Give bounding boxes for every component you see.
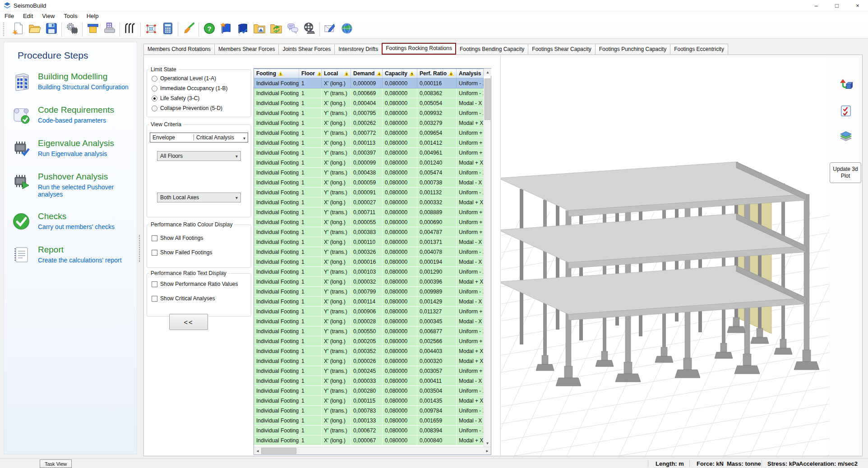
radio-life-safety-3-c-[interactable]: Life Safety (3-C) — [152, 95, 199, 101]
table-row[interactable]: Individual Footing1Y' (trans.)0,0007110,… — [254, 207, 484, 217]
task-view-tab[interactable]: Task View — [40, 459, 72, 468]
table-row[interactable]: Individual Footing1X' (long.)0,0000270,0… — [254, 197, 484, 207]
tab-members-shear-forces[interactable]: Members Shear Forces — [214, 44, 279, 55]
vertical-scrollbar[interactable]: ▼ — [484, 78, 491, 447]
toolbar-button-calculator[interactable] — [159, 21, 176, 37]
table-row[interactable]: Individual Footing1X' (long.)0,0000090,0… — [254, 78, 484, 88]
toolbar-button-model-3d[interactable] — [143, 21, 159, 37]
table-row[interactable]: Individual Footing1Y' (trans.)0,0003970,… — [254, 148, 484, 158]
table-row[interactable]: Individual Footing1X' (long.)0,0004040,0… — [254, 98, 484, 108]
table-row[interactable]: Individual Footing1X' (long.)0,0000280,0… — [254, 317, 484, 326]
table-row[interactable]: Individual Footing1Y' (trans.)0,0002800,… — [254, 386, 484, 396]
table-row[interactable]: Individual Footing1Y' (trans.)0,0009060,… — [254, 307, 484, 317]
floors-select[interactable]: All Floors — [157, 151, 241, 161]
sidebar-splitter[interactable] — [137, 42, 142, 454]
scroll-down-button[interactable]: ▼ — [484, 440, 491, 447]
toolbar-button-program-folder[interactable] — [251, 21, 268, 37]
sidebar-step-checks[interactable]: ChecksCarry out members' checks — [11, 211, 137, 231]
checkbox-show-failed-footings[interactable]: Show Failed Footings — [152, 249, 212, 256]
toolbar-button-settings[interactable] — [64, 21, 80, 37]
toolbar-button-email-contact[interactable] — [322, 21, 338, 37]
radio-operational-level-1-a-[interactable]: Operational Level (1-A) — [152, 75, 216, 82]
toolbar-button-save-project[interactable] — [43, 21, 60, 37]
column-header-floor[interactable]: Floor2 — [299, 69, 322, 78]
scroll-right-button[interactable]: ► — [484, 447, 491, 454]
vertical-scroll-thumb[interactable] — [485, 78, 490, 120]
checkbox-box[interactable] — [152, 296, 157, 302]
scroll-left-button[interactable]: ◄ — [254, 447, 261, 454]
table-row[interactable]: Individual Footing1Y' (trans.)0,0006720,… — [254, 426, 484, 436]
toolbar-button-website[interactable] — [338, 21, 355, 37]
toolbar-button-verification-book[interactable] — [234, 21, 251, 37]
table-row[interactable]: Individual Footing1X' (long.)0,0001100,0… — [254, 237, 484, 247]
menu-help[interactable]: Help — [82, 12, 103, 20]
table-row[interactable]: Individual Footing1X' (long.)0,0000160,0… — [254, 257, 484, 267]
plot-button-layers[interactable] — [837, 129, 854, 146]
menu-edit[interactable]: Edit — [18, 12, 37, 20]
column-header-demand[interactable]: Demand4 — [351, 69, 383, 78]
radio-collapse-prevention-5-d-[interactable]: Collapse Prevention (5-D) — [152, 105, 222, 111]
radio-circle[interactable] — [152, 76, 157, 82]
table-row[interactable]: Individual Footing1Y' (trans.)0,0007720,… — [254, 128, 484, 138]
toolbar-button-help[interactable]: ? — [201, 21, 217, 37]
toolbar-button-videos[interactable] — [301, 21, 318, 37]
update-3d-plot-button[interactable]: Update 3d Plot — [830, 162, 861, 183]
column-header-capacity[interactable]: Capacity5 — [383, 69, 417, 78]
checkbox-box[interactable] — [152, 281, 157, 287]
table-row[interactable]: Individual Footing1X' (long.)0,0001140,0… — [254, 297, 484, 307]
table-row[interactable]: Individual Footing1Y' (trans.)0,0001030,… — [254, 267, 484, 277]
table-row[interactable]: Individual Footing1Y' (trans.)0,0007990,… — [254, 287, 484, 297]
table-row[interactable]: Individual Footing1X' (long.)0,0000590,0… — [254, 178, 484, 188]
table-row[interactable]: Individual Footing1X' (long.)0,0001330,0… — [254, 416, 484, 426]
table-row[interactable]: Individual Footing1X' (long.)0,0001130,0… — [254, 138, 484, 148]
sidebar-step-eigenvalue-analysis[interactable]: Eigenvalue AnalysisRun Eigenvalue analys… — [11, 138, 137, 158]
horizontal-scroll-thumb[interactable] — [261, 448, 296, 454]
toolbar-button-open-project[interactable] — [26, 21, 43, 37]
collapse-panel-button[interactable]: << — [169, 314, 208, 330]
sidebar-step-code-requirements[interactable]: Code RequirementsCode-based parameters — [11, 105, 137, 125]
table-row[interactable]: Individual Footing1Y' (trans.)0,0000910,… — [254, 188, 484, 197]
envelope-analysis-select[interactable]: Envelope Critical Analysis — [150, 133, 248, 142]
table-row[interactable]: Individual Footing1X' (long.)0,0000990,0… — [254, 158, 484, 168]
table-row[interactable]: Individual Footing1Y' (trans.)0,0007830,… — [254, 406, 484, 416]
toolbar-button-display-colours[interactable] — [180, 21, 197, 37]
toolbar-button-tutorial-book[interactable] — [217, 21, 234, 37]
tab-footings-shear-capacity[interactable]: Footings Shear Capacity — [528, 44, 595, 55]
sidebar-step-report[interactable]: ReportCreate the calculations' report — [11, 245, 137, 265]
tab-footings-eccentricity[interactable]: Footings Eccentricity — [670, 44, 728, 55]
menu-file[interactable]: File — [0, 12, 18, 20]
menu-tools[interactable]: Tools — [59, 12, 82, 20]
maximize-button[interactable]: □ — [826, 0, 847, 11]
radio-circle[interactable] — [152, 106, 157, 111]
toolbar-button-reinforcement[interactable] — [122, 21, 139, 37]
toolbar-button-section-designer[interactable] — [84, 21, 101, 37]
tab-footings-punching-capacity[interactable]: Footings Punching Capacity — [595, 44, 670, 55]
toolbar-button-forum[interactable] — [284, 21, 301, 37]
envelope-value[interactable]: Envelope — [150, 134, 194, 141]
tab-footings-bending-capacity[interactable]: Footings Bending Capacity — [456, 44, 528, 55]
table-row[interactable]: Individual Footing1X' (long.)0,0002050,0… — [254, 336, 484, 346]
tab-joints-shear-forces[interactable]: Joints Shear Forces — [278, 44, 335, 55]
plot3d-canvas[interactable] — [500, 55, 829, 456]
toolbar-grip[interactable] — [3, 23, 5, 36]
tab-members-chord-rotations[interactable]: Members Chord Rotations — [143, 44, 215, 55]
checkbox-show-performance-ratio-values[interactable]: Show Performance Ratio Values — [152, 281, 238, 287]
radio-circle[interactable] — [152, 96, 157, 101]
close-button[interactable]: × — [847, 0, 868, 11]
table-row[interactable]: Individual Footing1X' (long.)0,0000330,0… — [254, 376, 484, 386]
analysis-type-value[interactable]: Critical Analysis — [194, 134, 248, 141]
table-row[interactable]: Individual Footing1Y' (trans.)0,0003830,… — [254, 227, 484, 237]
table-row[interactable]: Individual Footing1X' (long.)0,0000260,0… — [254, 356, 484, 366]
column-header-footing[interactable]: Footing1 — [254, 69, 299, 78]
toolbar-button-print-report[interactable] — [101, 21, 118, 37]
table-row[interactable]: Individual Footing1Y' (trans.)0,0005500,… — [254, 326, 484, 336]
tab-footings-rocking-rotations[interactable]: Footings Rocking Rotations — [382, 43, 456, 55]
column-header-analysis[interactable]: Analysis7 — [457, 69, 484, 78]
column-header-perf-ratio[interactable]: Perf. Ratio6 — [417, 69, 457, 78]
scroll-up-button[interactable]: ▲ — [484, 69, 491, 76]
checkbox-show-all-footings[interactable]: Show All Footings — [152, 235, 203, 241]
checkbox-box[interactable] — [152, 250, 157, 256]
toolbar-button-import-export[interactable] — [268, 21, 284, 37]
radio-immediate-occupancy-1-b-[interactable]: Immediate Occupancy (1-B) — [152, 85, 227, 92]
plot-button-checks[interactable] — [837, 103, 854, 120]
